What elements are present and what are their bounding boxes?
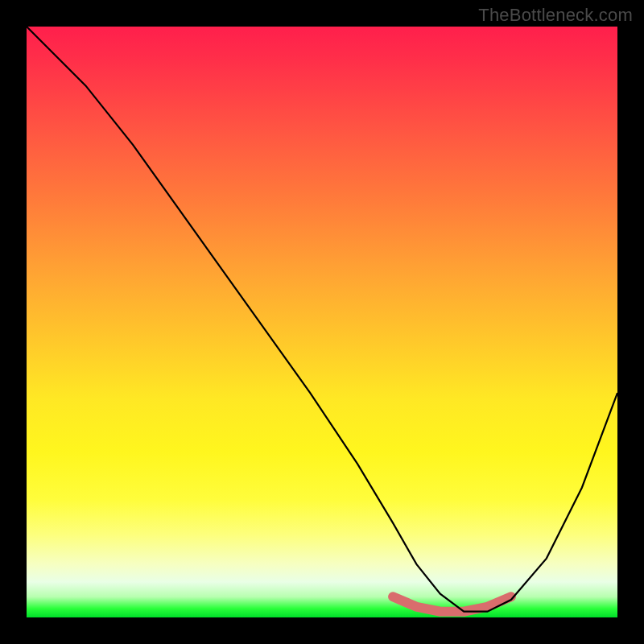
watermark-text: TheBottleneck.com [478,5,633,26]
curve-svg [27,27,617,617]
chart-container: TheBottleneck.com [0,0,644,644]
main-curve-line [27,27,617,612]
plot-area [27,27,617,617]
